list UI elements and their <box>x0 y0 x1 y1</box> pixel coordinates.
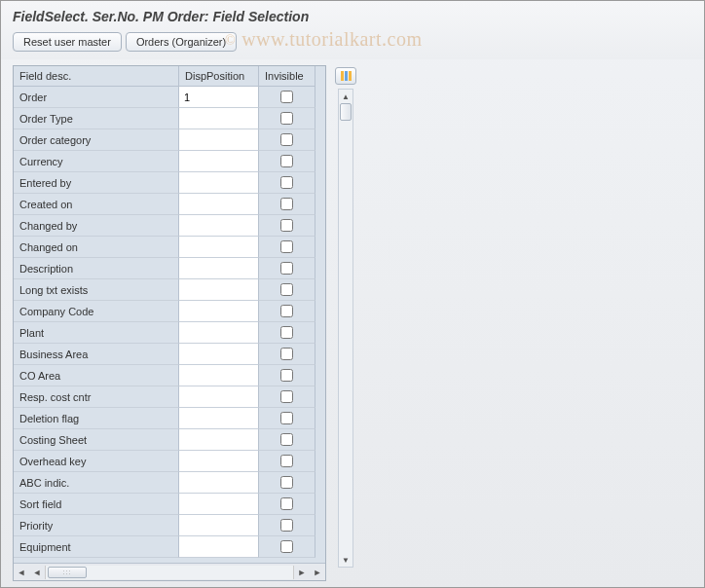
disp-position-input[interactable] <box>179 108 258 129</box>
table-body: OrderOrder TypeOrder categoryCurrencyEnt… <box>14 87 325 563</box>
invisible-cell <box>259 172 315 194</box>
disp-position-input[interactable] <box>179 472 258 493</box>
field-desc-cell[interactable]: Plant <box>14 322 179 344</box>
invisible-cell <box>259 408 315 429</box>
invisible-checkbox[interactable] <box>280 283 293 296</box>
field-desc-cell[interactable]: Order <box>14 87 179 108</box>
disp-position-input[interactable] <box>179 151 258 171</box>
disp-position-input[interactable] <box>179 172 258 193</box>
disp-position-input[interactable] <box>179 494 258 514</box>
field-desc-cell[interactable]: Changed on <box>14 237 179 258</box>
disp-position-input[interactable] <box>179 322 258 343</box>
disp-position-input[interactable] <box>179 451 258 471</box>
vscroll-up-icon[interactable]: ▲ <box>339 90 352 103</box>
invisible-cell <box>259 536 315 558</box>
horizontal-scrollbar[interactable]: ◄ ◄ ::: ► ► <box>14 563 325 580</box>
invisible-checkbox[interactable] <box>280 540 293 553</box>
invisible-checkbox[interactable] <box>280 326 293 339</box>
table-row: Description <box>14 258 325 279</box>
vscroll-thumb[interactable] <box>340 103 352 121</box>
disp-position-cell <box>179 172 259 194</box>
field-desc-cell[interactable]: Changed by <box>14 215 179 237</box>
invisible-checkbox[interactable] <box>280 198 293 210</box>
invisible-checkbox[interactable] <box>280 133 293 146</box>
field-desc-cell[interactable]: Entered by <box>14 172 179 194</box>
invisible-checkbox[interactable] <box>280 155 293 167</box>
invisible-checkbox[interactable] <box>280 112 293 125</box>
vscroll-track[interactable] <box>339 103 352 553</box>
field-desc-cell[interactable]: Resp. cost cntr <box>14 386 179 408</box>
hscroll-left-fast-icon[interactable]: ◄ <box>29 565 45 580</box>
invisible-checkbox[interactable] <box>280 305 293 317</box>
disp-position-input[interactable] <box>179 515 258 535</box>
table-row: Equipment <box>14 536 325 558</box>
field-desc-cell[interactable]: Company Code <box>14 301 179 322</box>
disp-position-cell <box>179 129 259 151</box>
disp-position-input[interactable] <box>179 194 258 214</box>
hscroll-track[interactable]: ::: <box>45 566 294 579</box>
invisible-cell <box>259 87 315 108</box>
column-header-disp-position[interactable]: DispPosition <box>179 66 259 87</box>
invisible-checkbox[interactable] <box>280 433 293 446</box>
table-settings-button[interactable] <box>335 67 356 85</box>
invisible-checkbox[interactable] <box>280 412 293 424</box>
field-desc-cell[interactable]: Created on <box>14 194 179 215</box>
invisible-checkbox[interactable] <box>280 348 293 360</box>
orders-organizer-button[interactable]: Orders (Organizer) <box>126 32 237 52</box>
invisible-checkbox[interactable] <box>280 262 293 275</box>
field-desc-cell[interactable]: Currency <box>14 151 179 172</box>
disp-position-input[interactable] <box>179 536 258 557</box>
disp-position-input[interactable] <box>179 365 258 386</box>
disp-position-input[interactable] <box>179 87 258 107</box>
disp-position-input[interactable] <box>179 408 258 428</box>
hscroll-left-icon[interactable]: ◄ <box>14 565 29 580</box>
field-desc-cell[interactable]: Long txt exists <box>14 279 179 301</box>
field-desc-cell[interactable]: Order Type <box>14 108 179 129</box>
disp-position-input[interactable] <box>179 258 258 278</box>
invisible-checkbox[interactable] <box>280 455 293 467</box>
reset-user-master-button[interactable]: Reset user master <box>13 32 122 52</box>
field-desc-cell[interactable]: Overhead key <box>14 451 179 472</box>
invisible-cell <box>259 129 315 151</box>
column-header-field-desc[interactable]: Field desc. <box>14 66 179 87</box>
hscroll-thumb[interactable]: ::: <box>48 567 87 578</box>
field-desc-cell[interactable]: Equipment <box>14 536 179 558</box>
field-desc-cell[interactable]: Priority <box>14 515 179 536</box>
field-desc-cell[interactable]: Order category <box>14 129 179 151</box>
invisible-checkbox[interactable] <box>280 176 293 189</box>
field-desc-cell[interactable]: CO Area <box>14 365 179 386</box>
invisible-checkbox[interactable] <box>280 91 293 103</box>
field-desc-cell[interactable]: Business Area <box>14 344 179 365</box>
invisible-checkbox[interactable] <box>280 240 293 253</box>
column-header-invisible[interactable]: Invisible <box>259 66 315 87</box>
disp-position-input[interactable] <box>179 215 258 236</box>
field-desc-cell[interactable]: ABC indic. <box>14 472 179 494</box>
disp-position-input[interactable] <box>179 129 258 150</box>
disp-position-input[interactable] <box>179 386 258 407</box>
field-desc-cell[interactable]: Costing Sheet <box>14 429 179 451</box>
field-desc-cell[interactable]: Sort field <box>14 494 179 515</box>
disp-position-input[interactable] <box>179 237 258 257</box>
disp-position-cell <box>179 151 259 172</box>
disp-position-input[interactable] <box>179 301 258 321</box>
disp-position-input[interactable] <box>179 429 258 450</box>
hscroll-right-icon[interactable]: ► <box>294 565 310 580</box>
invisible-checkbox[interactable] <box>280 369 293 382</box>
invisible-checkbox[interactable] <box>280 497 293 510</box>
disp-position-input[interactable] <box>179 344 258 364</box>
invisible-checkbox[interactable] <box>280 219 293 232</box>
invisible-cell <box>259 451 315 472</box>
disp-position-input[interactable] <box>179 279 258 300</box>
disp-position-cell <box>179 536 259 558</box>
field-desc-cell[interactable]: Description <box>14 258 179 279</box>
disp-position-cell <box>179 301 259 322</box>
invisible-cell <box>259 386 315 408</box>
toolbar: Reset user master Orders (Organizer) <box>13 30 692 54</box>
invisible-checkbox[interactable] <box>280 476 293 489</box>
hscroll-right-fast-icon[interactable]: ► <box>310 565 325 580</box>
vscroll-down-icon[interactable]: ▼ <box>339 553 352 567</box>
invisible-checkbox[interactable] <box>280 390 293 403</box>
vertical-scrollbar[interactable]: ▲ ▼ <box>338 89 353 568</box>
invisible-checkbox[interactable] <box>280 519 293 532</box>
field-desc-cell[interactable]: Deletion flag <box>14 408 179 429</box>
